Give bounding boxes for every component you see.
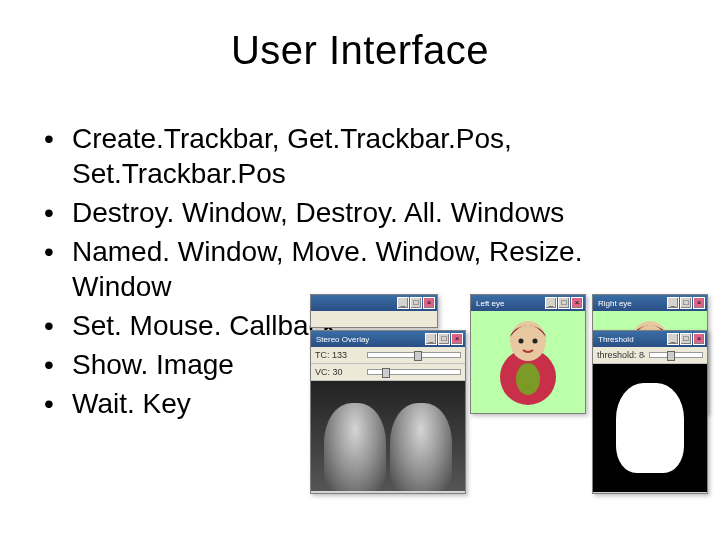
trackbar-tc: TC: 133 [311, 347, 465, 364]
window-title: Stereo Overlay [313, 335, 369, 344]
window-titlebar: _ □ × [311, 295, 437, 311]
svg-point-4 [516, 363, 540, 395]
doll-ghost-right [390, 403, 452, 491]
minimize-icon[interactable]: _ [425, 333, 437, 345]
window-titlebar: Right eye _ □ × [593, 295, 707, 311]
slide-title: User Interface [0, 28, 720, 73]
trackbar-label: threshold: 84 [597, 350, 645, 360]
threshold-blob [616, 383, 684, 473]
maximize-icon[interactable]: □ [558, 297, 570, 309]
window-buttons: _ □ × [397, 297, 435, 309]
close-icon[interactable]: × [571, 297, 583, 309]
maximize-icon[interactable]: □ [410, 297, 422, 309]
trackbar-vc: VC: 30 [311, 364, 465, 381]
list-item: Create.Trackbar, Get.Trackbar.Pos, Set.T… [44, 121, 688, 191]
close-icon[interactable]: × [451, 333, 463, 345]
window-buttons: _ □ × [425, 333, 463, 345]
trackbar-threshold: threshold: 84 [593, 347, 707, 364]
maximize-icon[interactable]: □ [680, 333, 692, 345]
minimize-icon[interactable]: _ [397, 297, 409, 309]
window-title: Right eye [595, 299, 632, 308]
window-titlebar: Stereo Overlay _ □ × [311, 331, 465, 347]
window-buttons: _ □ × [667, 297, 705, 309]
window-body: threshold: 84 [593, 347, 707, 492]
stereo-overlay-window: Stereo Overlay _ □ × TC: 133 VC: 30 [310, 330, 466, 494]
trackbar-track[interactable] [649, 352, 703, 358]
close-icon[interactable]: × [423, 297, 435, 309]
trackbar-label: VC: 30 [315, 367, 363, 377]
slide: User Interface Create.Trackbar, Get.Trac… [0, 28, 720, 540]
trackbar-label: TC: 133 [315, 350, 363, 360]
control-window: _ □ × [310, 294, 438, 328]
stereo-image [311, 381, 465, 491]
window-title: Threshold [595, 335, 634, 344]
trackbar-thumb[interactable] [382, 368, 390, 378]
window-buttons: _ □ × [667, 333, 705, 345]
window-titlebar: Threshold _ □ × [593, 331, 707, 347]
minimize-icon[interactable]: _ [667, 297, 679, 309]
svg-point-1 [510, 321, 546, 361]
close-icon[interactable]: × [693, 297, 705, 309]
doll-ghost-left [324, 403, 386, 491]
svg-point-2 [519, 339, 524, 344]
threshold-window: Threshold _ □ × threshold: 84 [592, 330, 708, 494]
maximize-icon[interactable]: □ [680, 297, 692, 309]
demo-screenshot: _ □ × Stereo Overlay _ □ × TC: 133 [310, 294, 710, 494]
window-title: Left eye [473, 299, 504, 308]
left-eye-image [471, 311, 585, 413]
maximize-icon[interactable]: □ [438, 333, 450, 345]
trackbar-track[interactable] [367, 352, 461, 358]
threshold-image [593, 364, 707, 492]
close-icon[interactable]: × [693, 333, 705, 345]
window-titlebar: Left eye _ □ × [471, 295, 585, 311]
trackbar-track[interactable] [367, 369, 461, 375]
trackbar-thumb[interactable] [667, 351, 675, 361]
left-eye-window: Left eye _ □ × [470, 294, 586, 414]
window-buttons: _ □ × [545, 297, 583, 309]
trackbar-thumb[interactable] [414, 351, 422, 361]
list-item: Destroy. Window, Destroy. All. Windows [44, 195, 688, 230]
minimize-icon[interactable]: _ [545, 297, 557, 309]
window-body [311, 311, 437, 327]
svg-point-3 [533, 339, 538, 344]
window-body: TC: 133 VC: 30 [311, 347, 465, 491]
minimize-icon[interactable]: _ [667, 333, 679, 345]
doll-icon [493, 317, 563, 407]
